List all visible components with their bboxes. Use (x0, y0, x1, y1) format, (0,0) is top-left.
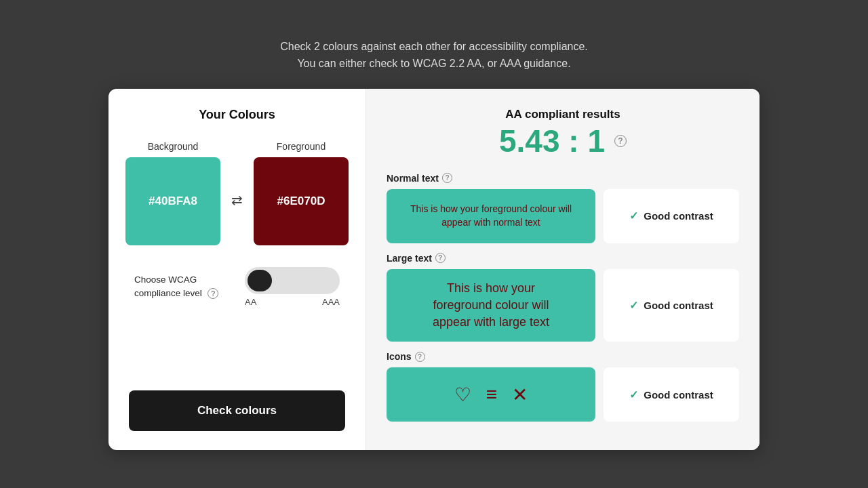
ratio-help-icon[interactable]: ? (614, 135, 627, 147)
large-text-label-container: Large text ? (387, 253, 739, 264)
icons-help-icon[interactable]: ? (415, 352, 425, 362)
heart-icon: ♡ (454, 384, 471, 406)
large-text-result-badge: ✓ Good contrast (604, 269, 739, 342)
normal-text-preview: This is how your foreground colour will … (397, 203, 585, 229)
results-title: AA compliant results (387, 108, 739, 121)
toggle-aaa-label: AAA (322, 297, 340, 307)
swap-arrows-icon: ⇄ (231, 192, 243, 208)
icons-preview: ♡ ≡ ✕ (454, 384, 528, 406)
ratio-display: 5.43 : 1 ? (387, 123, 739, 159)
check-colours-button[interactable]: Check colours (129, 390, 345, 431)
foreground-hex: #6E070D (277, 195, 326, 208)
main-card: Your Colours Background #40BFA8 ⇄ Foregr… (108, 89, 760, 451)
large-text-preview-box: This is how your foreground colour will … (387, 269, 595, 342)
normal-text-row: Normal text ? This is how your foregroun… (387, 173, 739, 243)
foreground-label: Foreground (277, 141, 326, 152)
large-text-line3: appear with large text (433, 315, 549, 329)
swap-button[interactable]: ⇄ (231, 192, 243, 208)
left-panel: Your Colours Background #40BFA8 ⇄ Foregr… (108, 89, 366, 451)
toggle-labels: AA AAA (245, 297, 340, 307)
right-panel: AA compliant results 5.43 : 1 ? Normal t… (366, 89, 760, 451)
wcag-help-icon[interactable]: ? (208, 288, 218, 299)
icons-checkmark-icon: ✓ (629, 388, 638, 401)
large-text-line1: This is how your (447, 281, 535, 295)
normal-text-content: This is how your foreground colour will … (387, 189, 739, 243)
menu-icon: ≡ (486, 384, 497, 405)
large-text-help-icon[interactable]: ? (435, 253, 446, 263)
large-text-label: Large text (387, 253, 432, 264)
foreground-swatch[interactable]: #6E070D (254, 157, 349, 245)
normal-text-preview-box: This is how your foreground colour will … (387, 189, 595, 243)
toggle-aa-label: AA (245, 297, 256, 307)
background-section: Background #40BFA8 (125, 141, 220, 245)
panel-title: Your Colours (199, 108, 275, 122)
wcag-label-container: Choose WCAG compliance level ? (134, 273, 245, 300)
large-text-row: Large text ? This is how your foreground… (387, 253, 739, 342)
icons-row: Icons ? ♡ ≡ ✕ ✓ Good contrast (387, 351, 739, 422)
background-swatch[interactable]: #40BFA8 (125, 157, 220, 245)
background-label: Background (148, 141, 199, 152)
toggle-container: AA AAA (245, 267, 340, 307)
large-text-content: This is how your foreground colour will … (387, 269, 739, 342)
normal-text-result: Good contrast (644, 210, 713, 222)
close-icon: ✕ (512, 384, 528, 406)
normal-text-help-icon[interactable]: ? (442, 173, 452, 183)
foreground-section: Foreground #6E070D (254, 141, 349, 245)
background-hex: #40BFA8 (149, 195, 197, 208)
wcag-section: Choose WCAG compliance level ? AA AAA (129, 267, 345, 307)
icons-result: Good contrast (644, 389, 713, 401)
icons-label-container: Icons ? (387, 351, 739, 362)
compliance-toggle[interactable] (245, 267, 340, 294)
page-intro: Check 2 colours against each other for a… (280, 38, 588, 73)
colour-pickers: Background #40BFA8 ⇄ Foreground #6E070D (125, 141, 349, 245)
icons-preview-box: ♡ ≡ ✕ (387, 367, 595, 422)
wcag-label: Choose WCAG compliance level (134, 274, 202, 298)
icons-label: Icons (387, 351, 412, 362)
normal-text-result-badge: ✓ Good contrast (604, 189, 739, 243)
large-text-line2: foreground colour will (433, 298, 549, 312)
toggle-knob (248, 270, 272, 291)
ratio-value: 5.43 : 1 (499, 123, 605, 159)
icons-content: ♡ ≡ ✕ ✓ Good contrast (387, 367, 739, 422)
icons-result-badge: ✓ Good contrast (604, 367, 739, 422)
large-text-checkmark-icon: ✓ (629, 299, 638, 312)
intro-line1: Check 2 colours against each other for a… (280, 38, 588, 56)
intro-line2: You can either check to WCAG 2.2 AA, or … (280, 55, 588, 73)
large-text-preview: This is how your foreground colour will … (433, 280, 549, 331)
normal-text-label: Normal text (387, 173, 439, 184)
normal-text-label-container: Normal text ? (387, 173, 739, 184)
normal-text-checkmark-icon: ✓ (629, 209, 638, 222)
large-text-result: Good contrast (644, 300, 713, 311)
